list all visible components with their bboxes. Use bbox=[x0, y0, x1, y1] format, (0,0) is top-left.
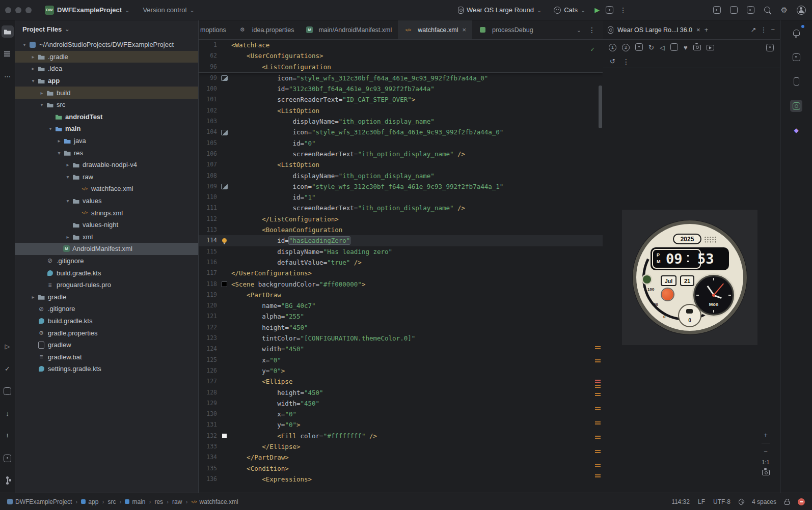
code-line-131[interactable]: 131 y="0"> bbox=[199, 419, 603, 430]
code-text[interactable]: <Expressions> bbox=[231, 474, 312, 485]
tree-chevron-icon[interactable]: ▸ bbox=[64, 234, 72, 240]
tree-chevron-icon[interactable]: ▾ bbox=[64, 198, 72, 204]
analysis-mark[interactable] bbox=[595, 421, 601, 422]
analysis-mark[interactable] bbox=[595, 436, 601, 437]
code-text[interactable]: id="312c30bf_f64a_461e_9c93_992f2fb7a44a… bbox=[231, 83, 435, 94]
tree-item-xml[interactable]: ▸xml bbox=[15, 231, 198, 243]
wear-button2-icon[interactable]: 2 bbox=[622, 44, 630, 51]
tag-icon[interactable] bbox=[738, 498, 745, 505]
tree-item-build-gradle-kts[interactable]: build.gradle.kts bbox=[15, 315, 198, 327]
tree-chevron-icon[interactable]: ▾ bbox=[46, 126, 55, 131]
code-text[interactable]: <Scene backgroundColor="#ff000000"> bbox=[231, 279, 365, 290]
tree-item-build-gradle-kts[interactable]: build.gradle.kts bbox=[15, 267, 198, 279]
more-run-actions-icon[interactable]: ⋮ bbox=[619, 6, 627, 14]
code-line-121[interactable]: 121 alpha="255" bbox=[199, 311, 603, 322]
code-text[interactable]: icon="style_wfs_312c30bf_f64a_461e_9c93_… bbox=[231, 181, 503, 192]
tree-item-res[interactable]: ▾res bbox=[15, 147, 198, 159]
back-button-icon[interactable]: ◁ bbox=[660, 44, 665, 51]
inspections-status-icon[interactable]: ✓ bbox=[590, 44, 594, 54]
code-text[interactable]: displayName="Has leading zero" bbox=[231, 246, 392, 257]
code-line-132[interactable]: 132 <Fill color="#ffffffff" /> bbox=[199, 431, 603, 441]
search-icon[interactable] bbox=[764, 6, 772, 14]
code-text[interactable]: width="450" bbox=[231, 344, 304, 354]
code-line-62[interactable]: 62 <UserConfigurations> bbox=[199, 50, 603, 61]
breadcrumb-dwfexampleproject[interactable]: DWFExampleProject bbox=[7, 498, 72, 505]
color-swatch-black-icon[interactable] bbox=[217, 282, 231, 287]
code-line-127[interactable]: 127 <Ellipse bbox=[199, 376, 603, 387]
tree-chevron-icon[interactable]: ▸ bbox=[55, 138, 63, 144]
device-manager-icon[interactable] bbox=[790, 75, 802, 88]
tree-item-src[interactable]: ▾src bbox=[15, 99, 198, 111]
tree-item-proguard-rules-pro[interactable]: ≡proguard-rules.pro bbox=[15, 279, 198, 291]
code-line-96[interactable]: 96 <ListConfiguration bbox=[199, 62, 603, 72]
breadcrumb-main[interactable]: main bbox=[125, 498, 145, 505]
code-line-135[interactable]: 135 <Condition> bbox=[199, 463, 603, 474]
code-text[interactable]: height="450" bbox=[231, 322, 308, 333]
code-line-126[interactable]: 126 y="0"> bbox=[199, 365, 603, 376]
screenshot-icon[interactable] bbox=[693, 45, 701, 50]
code-text[interactable]: <Fill color="#ffffffff" /> bbox=[231, 431, 377, 441]
build-tool-window-icon[interactable] bbox=[2, 385, 14, 397]
code-text[interactable]: x="0" bbox=[231, 355, 281, 365]
terminal-tool-window-icon[interactable] bbox=[2, 452, 14, 464]
project-file-tree[interactable]: ▾~/AndroidStudioProjects/DWFExampleProje… bbox=[15, 38, 198, 493]
tree-item-values-night[interactable]: values-night bbox=[15, 219, 198, 231]
code-line-100[interactable]: 100 id="312c30bf_f64a_461e_9c93_992f2fb7… bbox=[199, 83, 603, 94]
code-line-101[interactable]: 101 screenReaderText="ID_CAT_STEP_OVER"> bbox=[199, 94, 603, 105]
image-preview-icon[interactable] bbox=[217, 184, 231, 189]
tree-item-watchface-xml[interactable]: </>watchface.xml bbox=[15, 183, 198, 195]
settings-icon[interactable]: ⚙ bbox=[781, 6, 788, 15]
profiler-icon[interactable] bbox=[606, 6, 613, 14]
code-text[interactable]: y="0"> bbox=[231, 419, 300, 430]
breadcrumb-app[interactable]: app bbox=[81, 498, 98, 505]
code-text[interactable]: <Ellipse bbox=[231, 376, 292, 387]
breadcrumb-src[interactable]: src bbox=[107, 498, 116, 505]
code-editor[interactable]: ✓ 1<WatchFace62 <UserConfigurations>96 <… bbox=[199, 40, 603, 493]
code-line-124[interactable]: 124 width="450" bbox=[199, 344, 603, 354]
zoom-window-button[interactable] bbox=[25, 7, 32, 13]
sync-tool-window-icon[interactable]: ↓ bbox=[2, 407, 14, 419]
analysis-mark[interactable] bbox=[595, 464, 601, 465]
tree-chevron-icon[interactable]: ▾ bbox=[20, 42, 29, 47]
code-line-128[interactable]: 128 height="450" bbox=[199, 387, 603, 398]
tree-item-gradlew-bat[interactable]: ≡gradlew.bat bbox=[15, 351, 198, 363]
tree-item-java[interactable]: ▸java bbox=[15, 135, 198, 147]
structure-tool-window-icon[interactable] bbox=[2, 48, 14, 60]
code-line-110[interactable]: 110 id="1" bbox=[199, 192, 603, 203]
code-line-119[interactable]: 119 <PartDraw bbox=[199, 290, 603, 300]
code-line-113[interactable]: 113 <BooleanConfiguration bbox=[199, 224, 603, 235]
avatar[interactable] bbox=[797, 6, 806, 15]
error-indicator-badge[interactable] bbox=[798, 498, 805, 505]
indent-setting[interactable]: 4 spaces bbox=[752, 498, 776, 505]
code-line-133[interactable]: 133 </Ellipse> bbox=[199, 441, 603, 452]
code-text[interactable]: <UserConfigurations> bbox=[231, 50, 323, 61]
code-text[interactable]: <BooleanConfiguration bbox=[231, 224, 342, 235]
tree-item-values[interactable]: ▾values bbox=[15, 195, 198, 207]
code-with-me-icon[interactable] bbox=[747, 6, 754, 14]
project-panel-header[interactable]: Project Files ⌄ bbox=[15, 20, 198, 38]
version-control-tool-window-icon[interactable] bbox=[2, 474, 14, 487]
code-line-130[interactable]: 130 x="0" bbox=[199, 409, 603, 419]
code-text[interactable]: displayName="ith_option_display_name" bbox=[231, 116, 435, 127]
code-text[interactable]: alpha="255" bbox=[231, 311, 304, 322]
tree-item-settings-gradle-kts[interactable]: settings.gradle.kts bbox=[15, 363, 198, 375]
code-line-115[interactable]: 115 displayName="Has leading zero" bbox=[199, 246, 603, 257]
breadcrumb-res[interactable]: res bbox=[154, 498, 163, 505]
run-tool-window-icon[interactable]: ▷ bbox=[2, 340, 14, 352]
snapshot-icon[interactable] bbox=[670, 43, 678, 52]
tree-item-idea[interactable]: ▸.idea bbox=[15, 63, 198, 75]
code-text[interactable]: width="450" bbox=[231, 398, 319, 409]
caret-position[interactable]: 114:32 bbox=[671, 498, 690, 505]
gemini-icon[interactable]: ◆ bbox=[790, 124, 802, 136]
close-window-button[interactable] bbox=[5, 7, 11, 13]
code-line-112[interactable]: 112 </ListConfiguration> bbox=[199, 214, 603, 224]
code-line-108[interactable]: 108 displayName="ith_option_display_name… bbox=[199, 171, 603, 181]
tab-list-dropdown-icon[interactable]: ⌄ bbox=[577, 28, 581, 32]
code-text[interactable]: screenReaderText="ith_option_display_nam… bbox=[231, 203, 465, 213]
code-text[interactable]: </Ellipse> bbox=[231, 441, 300, 452]
code-line-1[interactable]: 1<WatchFace bbox=[199, 40, 603, 50]
code-lines[interactable]: 99 icon="style_wfs_312c30bf_f64a_461e_9c… bbox=[199, 73, 603, 485]
project-tool-window-icon[interactable] bbox=[2, 25, 14, 38]
code-line-106[interactable]: 106 screenReaderText="ith_option_display… bbox=[199, 149, 603, 159]
device-more-options-icon[interactable]: ⋮ bbox=[622, 58, 630, 66]
